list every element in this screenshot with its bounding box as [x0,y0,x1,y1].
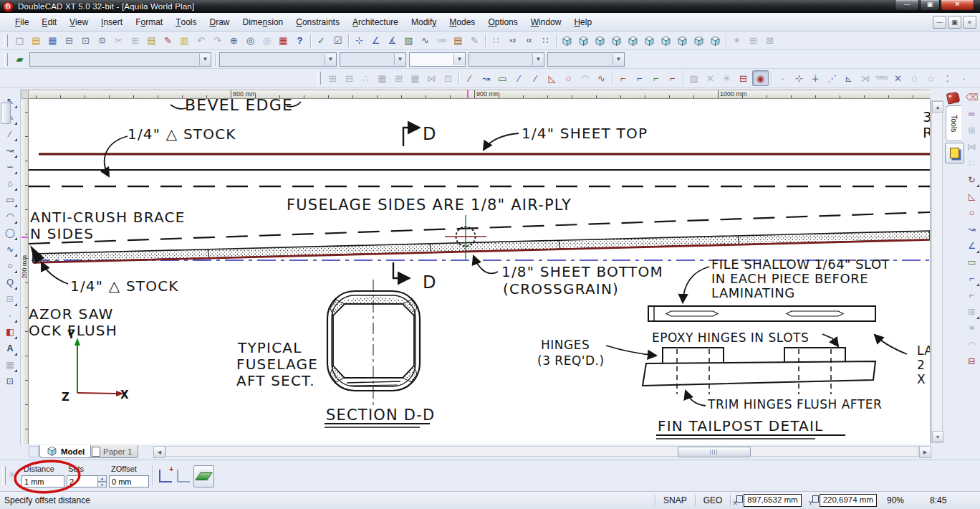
tools-palette-tab[interactable]: Tools [946,105,961,141]
line-icon[interactable]: ∕ [3,127,17,141]
view-left-icon[interactable] [625,34,640,48]
copy-circles-icon[interactable]: ∞ [965,107,979,121]
mdi-minimize-button[interactable]: — [933,16,946,29]
vertical-scroll-thumb[interactable] [1,103,11,124]
coord-query-icon[interactable]: ⊹ [352,34,367,48]
validate-check-icon[interactable]: ☑ [330,34,345,48]
zoom-window-icon[interactable]: ⊕ [226,34,241,48]
scroll-down-icon[interactable]: ▼ [932,431,943,442]
snap-perpendicular-icon[interactable]: ⊾ [841,71,856,85]
menu-file[interactable]: File [9,13,35,31]
scroll-right-icon[interactable]: ▶ [919,446,931,458]
snap-nearest-icon[interactable]: ⋰ [825,71,840,85]
zoom-level[interactable]: 90% [887,495,920,505]
ellipse-icon[interactable]: ○ [3,259,17,273]
chamfer-icon[interactable]: ⌐ [648,71,663,85]
open-file-icon[interactable]: ▤ [29,34,44,48]
grid-half-icon[interactable]: /2 [522,34,537,48]
pages-button[interactable] [945,143,964,163]
circle-modify-icon[interactable]: ○ [965,206,979,220]
snap-ortho-icon[interactable]: ∙ [956,71,971,85]
snap-quadrant-icon[interactable]: ◌ [907,71,922,85]
print-preview-icon[interactable]: ⊡ [78,34,93,48]
pattern-combo[interactable]: ▼ [469,52,544,67]
geo-toggle[interactable]: GEO [698,495,729,506]
point-icon[interactable]: ∙ [3,308,17,323]
curve-query-icon[interactable]: ∿ [418,34,433,48]
toolbar-grip[interactable] [4,53,8,66]
polygon-icon[interactable]: ⌂ [3,176,17,191]
text-icon[interactable]: A [3,341,17,356]
menu-draw[interactable]: Draw [203,13,236,31]
view-nw-iso-icon[interactable] [708,34,723,48]
view-right-icon[interactable] [642,34,657,48]
horizontal-scroll-thumb[interactable] [678,447,751,457]
text-query-icon[interactable]: Q [3,275,17,290]
menu-constraints[interactable]: Constraints [289,13,346,31]
zoom-dynamic-icon[interactable]: ◎ [243,34,258,48]
tools-palette-icon[interactable] [946,91,961,104]
menu-tools[interactable]: Tools [169,13,203,31]
tab-scroll-left-icon[interactable]: ◀ [153,446,165,458]
view-ne-iso-icon[interactable] [691,34,706,48]
snap-intersection-icon[interactable]: ✕ [890,71,905,85]
linestyle-combo[interactable]: ▼ [340,52,406,67]
snap-toggle[interactable]: SNAP [658,495,693,506]
menu-help[interactable]: Help [567,13,598,31]
menu-modify[interactable]: Modify [405,13,443,31]
menu-modes[interactable]: Modes [443,13,481,31]
rect-modify-icon[interactable]: ▭ [965,255,979,270]
snap-grid-icon[interactable]: ⁚ [940,71,955,85]
view-sw-iso-icon[interactable] [675,34,690,48]
fillet-radius-icon[interactable]: ⌐ [632,71,647,85]
x-coordinate-value[interactable]: 897,6532 mm [744,494,801,507]
menu-options[interactable]: Options [481,13,524,31]
trim-icon[interactable]: ◺ [965,189,979,204]
menu-architecture[interactable]: Architecture [346,13,405,31]
print-region-icon[interactable]: ⊟ [965,354,979,368]
help-icon[interactable]: ? [292,34,307,48]
grid-double-icon[interactable]: ×2 [505,34,520,48]
menu-view[interactable]: View [63,13,95,31]
y-coordinate-value[interactable]: 220,6974 mm [820,494,877,507]
fill-color-icon[interactable]: ◧ [3,325,17,339]
menu-window[interactable]: Window [524,13,568,31]
offset-tool-icon[interactable]: ◉ [752,70,769,86]
bricks-icon[interactable]: ▤ [451,34,466,48]
angle-query-icon[interactable]: ∡ [385,34,400,48]
polyline-icon[interactable]: ↝ [3,143,17,158]
snap-center-icon[interactable]: ◌ [923,71,938,85]
viewport-icon[interactable]: ⊡ [3,374,17,389]
rectangle-tool-icon[interactable]: ▭ [495,71,510,85]
curve-icon[interactable]: ∽ [3,160,17,174]
snap-vertex-icon[interactable]: ⊹ [792,71,807,85]
sets-input[interactable] [67,475,98,487]
polyline-modify-icon[interactable]: ↝ [965,222,979,237]
minimize-button[interactable]: — [895,0,919,11]
menu-dimension[interactable]: Dimension [236,13,290,31]
area-query-icon[interactable]: ▨ [401,34,416,48]
view-se-iso-icon[interactable] [658,34,673,48]
spline-icon[interactable]: ∿ [3,242,17,257]
color-combo[interactable]: ▼ [219,52,337,67]
circle-tool-icon[interactable]: ○ [561,71,576,85]
mdi-close-button[interactable]: × [963,16,976,29]
snap-free-icon[interactable]: ∙ [775,71,790,85]
layer-combo[interactable]: ▼ [29,52,211,67]
sets-stepper[interactable]: ▲▼ [97,475,107,487]
toolbar-grip[interactable] [317,72,321,85]
wipe-icon[interactable]: ✎ [467,34,482,48]
calculator-icon[interactable]: ▦ [276,34,291,48]
settings-gear-icon[interactable]: ⚙ [95,34,110,48]
drawing-canvas[interactable]: BEVEL EDGE1/4" △ STOCKD1/4" SHEET TOPFUS… [29,99,931,444]
view-top-icon[interactable] [576,34,591,48]
spellcheck-abc-icon[interactable]: ✓ [314,34,329,48]
zoffset-input[interactable] [109,475,149,487]
inspector-grip[interactable] [2,466,6,485]
rectangle-icon[interactable]: ▭ [3,193,17,207]
layer-toggle-button[interactable] [193,465,214,487]
horizontal-scrollbar[interactable] [165,446,918,457]
print-icon[interactable]: ⊟ [62,34,77,48]
polyline-tool-icon[interactable]: ↝ [479,71,494,85]
distance-query-icon[interactable]: ∠ [368,34,383,48]
